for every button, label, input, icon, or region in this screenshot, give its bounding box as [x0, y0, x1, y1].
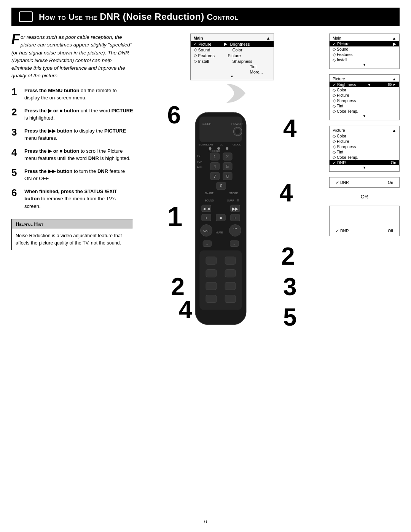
sb1-row-install: ◇ Install: [330, 57, 399, 62]
sb2-row-sharpness: ◇ Sharpness: [330, 98, 399, 103]
overlay-num-2-right: 2: [281, 244, 295, 268]
dnr-on-label: ✓ DNR: [336, 180, 349, 185]
dnr-on-value: On: [388, 180, 393, 185]
svg-text:■: ■: [219, 216, 221, 220]
svg-text:POWER: POWER: [231, 122, 242, 126]
dnr-off-value: Off: [388, 228, 393, 233]
sb2-arrow-down: ▼: [330, 114, 399, 118]
right-column: Main▲ ✓ Picture ▶ ◇ Sound ◇ Features ◇ I…: [329, 34, 400, 236]
screen-box-dnr-off: ✓ DNR Off: [329, 206, 400, 236]
step-2-text: Press the ▶ or ■ button until the word P…: [24, 107, 133, 122]
svg-text:SURF: SURF: [227, 199, 234, 202]
svg-text:CH: CH: [233, 227, 237, 230]
overlay-num-5: 5: [283, 305, 297, 329]
menu-row-sound: ◇Sound Color: [191, 47, 274, 53]
sb3-row-sharpness: ◇ Sharpness: [330, 144, 399, 149]
svg-text:−: −: [233, 243, 235, 246]
step-1-text: Press the MENU button on the remote to d…: [24, 87, 133, 102]
svg-text:RECORD: RECORD: [209, 150, 220, 152]
svg-point-11: [226, 147, 228, 150]
sb3-row-colortemp: ◇ Color Temp.: [330, 155, 399, 160]
screen-box-2: Picture▲ ✓ Brightness ◄ 50 ► ◇ Color ◇ P…: [329, 74, 400, 120]
svg-text:7: 7: [213, 174, 216, 179]
step-2-number: 2: [11, 107, 21, 122]
sb1-row-picture: ✓ Picture ▶: [330, 41, 399, 46]
overlay-num-4-mid: 4: [279, 181, 293, 205]
hint-title: Helpful Hint: [12, 219, 133, 229]
svg-text:VOL: VOL: [203, 230, 209, 233]
step-5-number: 5: [11, 168, 21, 182]
menu-row-tint: Tint: [191, 64, 274, 69]
svg-text:▶▶: ▶▶: [232, 206, 238, 211]
menu-header: Main ▲: [191, 35, 274, 41]
svg-text:CC: CC: [220, 143, 223, 146]
svg-text:2: 2: [226, 154, 228, 159]
sb2-row-picture: ◇ Picture: [330, 93, 399, 98]
svg-text:CLOCK: CLOCK: [233, 143, 241, 146]
dnr-on-row: ✓ DNR On: [333, 180, 396, 185]
page-number: 6: [0, 515, 411, 524]
page-header: How to Use the DNR (Noise Reduction) Con…: [11, 8, 400, 26]
svg-text:1: 1: [213, 154, 216, 159]
remote-image: SLEEP POWER STATUS/EXIT CC CLOCK: [186, 112, 263, 334]
hint-body: Noise Reduction is a video adjustment fe…: [12, 229, 133, 250]
dnr-off-row: ✓ DNR Off: [333, 228, 396, 233]
intro-paragraph: For reasons such as poor cable reception…: [11, 34, 133, 80]
step-4-text: Press the ▶ or ■ button to scroll the Pi…: [24, 147, 133, 162]
sb2-header: Picture▲: [330, 76, 399, 82]
sb3-row-color: ◇ Color: [330, 133, 399, 139]
svg-text:−: −: [206, 243, 208, 246]
dnr-off-label: ✓ DNR: [336, 228, 349, 233]
svg-text:4: 4: [213, 164, 216, 169]
sb3-arrow-down: ▼: [330, 165, 399, 170]
sb1-row-sound: ◇ Sound: [330, 46, 399, 52]
svg-rect-55: [225, 257, 236, 264]
svg-text:MUTE: MUTE: [215, 231, 223, 234]
overlay-num-2-left: 2: [171, 275, 185, 299]
step-5: 5 Press the ▶▶ button to turn the DNR fe…: [11, 168, 133, 182]
svg-rect-59: [225, 282, 236, 290]
step-1-number: 1: [11, 87, 21, 102]
svg-text:SOUND: SOUND: [204, 199, 213, 202]
svg-rect-58: [206, 282, 216, 290]
svg-text:+: +: [205, 216, 207, 220]
step-5-text: Press the ▶▶ button to turn the DNR feat…: [24, 168, 133, 182]
sb3-header: Picture▲: [330, 128, 399, 133]
sb3-row-tint: ◇ Tint: [330, 149, 399, 155]
svg-rect-57: [225, 270, 236, 277]
sb2-row-color: ◇ Color: [330, 87, 399, 93]
svg-point-46: [229, 224, 241, 236]
tv-icon: [19, 11, 33, 22]
menu-row-features: ◇Features Picture: [191, 53, 274, 58]
svg-text:II: II: [237, 198, 239, 202]
svg-text:8: 8: [226, 174, 228, 179]
sb3-row-picture: ◇ Picture: [330, 139, 399, 144]
svg-text:+: +: [234, 216, 236, 220]
menu-arrow-down: ▼: [191, 75, 274, 78]
left-column: For reasons such as poor cable reception…: [11, 34, 133, 337]
svg-rect-56: [206, 270, 216, 277]
center-column: Main ▲ ✓Picture ▶ Brightness ◇Sound Colo…: [141, 34, 323, 337]
sb2-row-colortemp: ◇ Color Temp.: [330, 109, 399, 114]
svg-text:STATUS/EXIT: STATUS/EXIT: [199, 143, 213, 146]
menu-row-picture: ✓Picture ▶ Brightness: [191, 41, 274, 47]
sb1-header: Main▲: [330, 35, 399, 41]
main-menu-diagram: Main ▲ ✓Picture ▶ Brightness ◇Sound Colo…: [190, 34, 274, 80]
page-title: How to Use the DNR (Noise Reduction) Con…: [39, 11, 238, 22]
step-3-number: 3: [11, 127, 21, 142]
step-3: 3 Press the ▶▶ button to display the PIC…: [11, 127, 133, 142]
sb3-row-dnr: ✓ DNR On: [330, 160, 399, 165]
overlay-num-4-top: 4: [283, 116, 297, 141]
step-6: 6 When finished, press the STATUS /EXIT …: [11, 188, 133, 210]
svg-text:SMART: SMART: [204, 192, 213, 195]
menu-row-install: ◇Install Sharpness: [191, 58, 274, 64]
screen-box-3: Picture▲ ◇ Color ◇ Picture ◇ Sharpness ◇…: [329, 126, 400, 172]
screen-box-1: Main▲ ✓ Picture ▶ ◇ Sound ◇ Features ◇ I…: [329, 34, 400, 69]
svg-text:ACC: ACC: [197, 166, 202, 168]
svg-text:0: 0: [220, 184, 222, 188]
step-2: 2 Press the ▶ or ■ button until the word…: [11, 107, 133, 122]
hint-box: Helpful Hint Noise Reduction is a video …: [11, 219, 133, 250]
drop-cap: F: [11, 34, 20, 45]
sb2-row-tint: ◇ Tint: [330, 103, 399, 109]
or-label: OR: [329, 193, 400, 200]
